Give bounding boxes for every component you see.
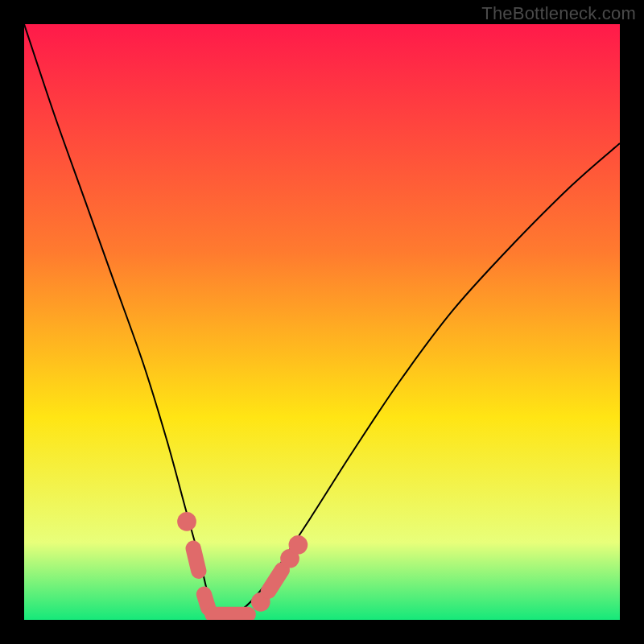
bottleneck-chart — [24, 24, 620, 620]
marker-capsule — [193, 548, 199, 571]
marker-dot — [289, 535, 308, 555]
chart-container — [24, 24, 620, 620]
marker-dot — [177, 512, 196, 531]
heat-gradient-background — [24, 24, 620, 620]
marker-capsule — [204, 594, 208, 608]
watermark-text: TheBottleneck.com — [481, 3, 636, 24]
outer-frame: TheBottleneck.com — [0, 0, 644, 644]
